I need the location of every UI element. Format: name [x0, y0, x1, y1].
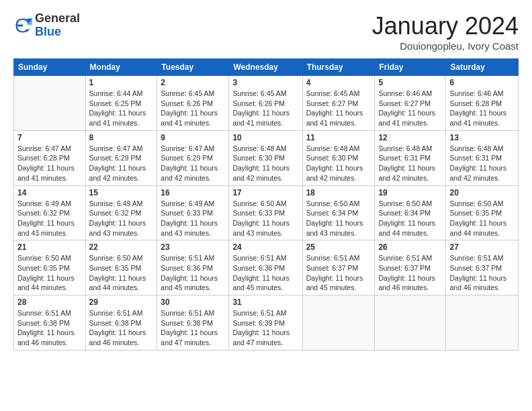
logo-general-text: General: [35, 12, 80, 26]
day-number-3-2: 23: [161, 242, 225, 252]
day-number-3-6: 27: [449, 242, 515, 252]
calendar-cell-2-2: 16Sunrise: 6:49 AM Sunset: 6:33 PM Dayli…: [157, 185, 229, 240]
calendar-cell-1-0: 7Sunrise: 6:47 AM Sunset: 6:28 PM Daylig…: [14, 130, 86, 185]
col-friday: Friday: [375, 59, 446, 76]
day-number-2-0: 14: [17, 188, 82, 197]
day-number-4-2: 30: [161, 298, 225, 307]
day-info-3-5: Sunrise: 6:51 AM Sunset: 6:37 PM Dayligh…: [378, 253, 442, 293]
day-info-1-0: Sunrise: 6:47 AM Sunset: 6:28 PM Dayligh…: [17, 144, 82, 183]
calendar-cell-1-1: 8Sunrise: 6:47 AM Sunset: 6:29 PM Daylig…: [85, 130, 157, 185]
col-sunday: Sunday: [14, 59, 86, 76]
calendar-cell-1-4: 11Sunrise: 6:48 AM Sunset: 6:30 PM Dayli…: [302, 130, 375, 185]
day-info-0-3: Sunrise: 6:45 AM Sunset: 6:26 PM Dayligh…: [232, 89, 298, 128]
calendar-cell-2-5: 19Sunrise: 6:50 AM Sunset: 6:34 PM Dayli…: [375, 185, 446, 240]
calendar-header-row: Sunday Monday Tuesday Wednesday Thursday…: [14, 59, 519, 76]
calendar-cell-1-5: 12Sunrise: 6:48 AM Sunset: 6:31 PM Dayli…: [375, 130, 446, 185]
calendar-cell-0-5: 5Sunrise: 6:46 AM Sunset: 6:27 PM Daylig…: [375, 76, 446, 131]
day-number-3-4: 25: [306, 242, 371, 252]
week-row-3: 21Sunrise: 6:50 AM Sunset: 6:35 PM Dayli…: [14, 240, 519, 295]
day-info-2-4: Sunrise: 6:50 AM Sunset: 6:34 PM Dayligh…: [306, 199, 371, 238]
day-number-1-0: 7: [17, 133, 82, 142]
day-number-0-4: 4: [306, 78, 371, 87]
logo: General Blue: [13, 12, 80, 39]
calendar-cell-4-4: [302, 295, 375, 351]
day-number-0-1: 1: [89, 78, 154, 87]
day-info-4-2: Sunrise: 6:51 AM Sunset: 6:38 PM Dayligh…: [161, 308, 225, 348]
calendar-cell-2-1: 15Sunrise: 6:49 AM Sunset: 6:32 PM Dayli…: [85, 185, 157, 240]
day-info-0-5: Sunrise: 6:46 AM Sunset: 6:27 PM Dayligh…: [378, 89, 442, 128]
calendar-cell-1-6: 13Sunrise: 6:48 AM Sunset: 6:31 PM Dayli…: [446, 130, 519, 185]
calendar-cell-2-0: 14Sunrise: 6:49 AM Sunset: 6:32 PM Dayli…: [14, 185, 86, 240]
calendar-cell-3-1: 22Sunrise: 6:50 AM Sunset: 6:35 PM Dayli…: [85, 240, 157, 295]
day-number-0-5: 5: [378, 78, 442, 87]
day-info-2-6: Sunrise: 6:50 AM Sunset: 6:35 PM Dayligh…: [449, 199, 515, 238]
day-number-0-2: 2: [161, 78, 225, 87]
week-row-0: 1Sunrise: 6:44 AM Sunset: 6:25 PM Daylig…: [14, 76, 519, 131]
calendar-cell-3-6: 27Sunrise: 6:51 AM Sunset: 6:37 PM Dayli…: [446, 240, 519, 295]
week-row-4: 28Sunrise: 6:51 AM Sunset: 6:38 PM Dayli…: [14, 295, 519, 351]
day-info-3-6: Sunrise: 6:51 AM Sunset: 6:37 PM Dayligh…: [449, 253, 515, 293]
calendar-cell-4-2: 30Sunrise: 6:51 AM Sunset: 6:38 PM Dayli…: [157, 295, 229, 351]
logo-blue-text: Blue: [35, 26, 80, 39]
calendar-cell-4-0: 28Sunrise: 6:51 AM Sunset: 6:38 PM Dayli…: [14, 295, 86, 351]
calendar-cell-4-3: 31Sunrise: 6:51 AM Sunset: 6:39 PM Dayli…: [229, 295, 302, 351]
calendar-cell-0-3: 3Sunrise: 6:45 AM Sunset: 6:26 PM Daylig…: [229, 76, 302, 131]
day-number-1-1: 8: [89, 133, 154, 142]
week-row-2: 14Sunrise: 6:49 AM Sunset: 6:32 PM Dayli…: [14, 185, 519, 240]
calendar-cell-1-2: 9Sunrise: 6:47 AM Sunset: 6:29 PM Daylig…: [157, 130, 229, 185]
day-number-2-3: 17: [232, 188, 298, 197]
logo-text: General Blue: [35, 12, 80, 39]
calendar-cell-0-0: [14, 76, 86, 131]
day-info-1-6: Sunrise: 6:48 AM Sunset: 6:31 PM Dayligh…: [449, 144, 515, 183]
day-number-2-5: 19: [378, 188, 442, 197]
day-info-1-4: Sunrise: 6:48 AM Sunset: 6:30 PM Dayligh…: [306, 144, 371, 183]
day-number-2-4: 18: [306, 188, 371, 197]
day-number-3-3: 24: [232, 242, 298, 252]
day-number-4-0: 28: [17, 298, 82, 307]
day-info-1-3: Sunrise: 6:48 AM Sunset: 6:30 PM Dayligh…: [232, 144, 298, 183]
logo-icon: [13, 16, 32, 35]
day-info-4-1: Sunrise: 6:51 AM Sunset: 6:38 PM Dayligh…: [89, 308, 154, 348]
day-info-2-2: Sunrise: 6:49 AM Sunset: 6:33 PM Dayligh…: [161, 199, 225, 238]
day-info-2-1: Sunrise: 6:49 AM Sunset: 6:32 PM Dayligh…: [89, 199, 154, 238]
title-area: January 2024 Douiongopleu, Ivory Coast: [372, 12, 519, 52]
calendar-cell-4-1: 29Sunrise: 6:51 AM Sunset: 6:38 PM Dayli…: [85, 295, 157, 351]
day-info-0-6: Sunrise: 6:46 AM Sunset: 6:28 PM Dayligh…: [449, 89, 515, 128]
calendar-cell-0-4: 4Sunrise: 6:45 AM Sunset: 6:27 PM Daylig…: [302, 76, 375, 131]
day-number-3-5: 26: [378, 242, 442, 252]
day-number-2-1: 15: [89, 188, 154, 197]
calendar-cell-4-5: [375, 295, 446, 351]
day-number-4-1: 29: [89, 298, 154, 307]
day-info-0-2: Sunrise: 6:45 AM Sunset: 6:26 PM Dayligh…: [161, 89, 225, 128]
calendar-cell-0-1: 1Sunrise: 6:44 AM Sunset: 6:25 PM Daylig…: [85, 76, 157, 131]
day-info-4-0: Sunrise: 6:51 AM Sunset: 6:38 PM Dayligh…: [17, 308, 82, 348]
month-title: January 2024: [372, 12, 519, 40]
day-info-2-3: Sunrise: 6:50 AM Sunset: 6:33 PM Dayligh…: [232, 199, 298, 238]
calendar-cell-3-5: 26Sunrise: 6:51 AM Sunset: 6:37 PM Dayli…: [375, 240, 446, 295]
day-number-1-4: 11: [306, 133, 371, 142]
day-number-1-5: 12: [378, 133, 442, 142]
day-number-0-6: 6: [449, 78, 515, 87]
day-info-4-3: Sunrise: 6:51 AM Sunset: 6:39 PM Dayligh…: [232, 308, 298, 348]
day-number-2-2: 16: [161, 188, 225, 197]
day-info-1-5: Sunrise: 6:48 AM Sunset: 6:31 PM Dayligh…: [378, 144, 442, 183]
page: General Blue January 2024 Douiongopleu, …: [0, 0, 532, 411]
day-info-3-3: Sunrise: 6:51 AM Sunset: 6:36 PM Dayligh…: [232, 253, 298, 293]
day-info-2-0: Sunrise: 6:49 AM Sunset: 6:32 PM Dayligh…: [17, 199, 82, 238]
subtitle: Douiongopleu, Ivory Coast: [372, 40, 519, 52]
calendar-cell-3-2: 23Sunrise: 6:51 AM Sunset: 6:36 PM Dayli…: [157, 240, 229, 295]
col-thursday: Thursday: [302, 59, 375, 76]
day-number-0-3: 3: [232, 78, 298, 87]
calendar-cell-2-4: 18Sunrise: 6:50 AM Sunset: 6:34 PM Dayli…: [302, 185, 375, 240]
calendar-cell-0-6: 6Sunrise: 6:46 AM Sunset: 6:28 PM Daylig…: [446, 76, 519, 131]
col-saturday: Saturday: [446, 59, 519, 76]
calendar-cell-3-4: 25Sunrise: 6:51 AM Sunset: 6:37 PM Dayli…: [302, 240, 375, 295]
calendar-cell-3-0: 21Sunrise: 6:50 AM Sunset: 6:35 PM Dayli…: [14, 240, 86, 295]
day-info-2-5: Sunrise: 6:50 AM Sunset: 6:34 PM Dayligh…: [378, 199, 442, 238]
week-row-1: 7Sunrise: 6:47 AM Sunset: 6:28 PM Daylig…: [14, 130, 519, 185]
calendar-cell-2-3: 17Sunrise: 6:50 AM Sunset: 6:33 PM Dayli…: [229, 185, 302, 240]
col-wednesday: Wednesday: [229, 59, 302, 76]
day-number-2-6: 20: [449, 188, 515, 197]
day-info-3-1: Sunrise: 6:50 AM Sunset: 6:35 PM Dayligh…: [89, 253, 154, 293]
calendar-cell-1-3: 10Sunrise: 6:48 AM Sunset: 6:30 PM Dayli…: [229, 130, 302, 185]
